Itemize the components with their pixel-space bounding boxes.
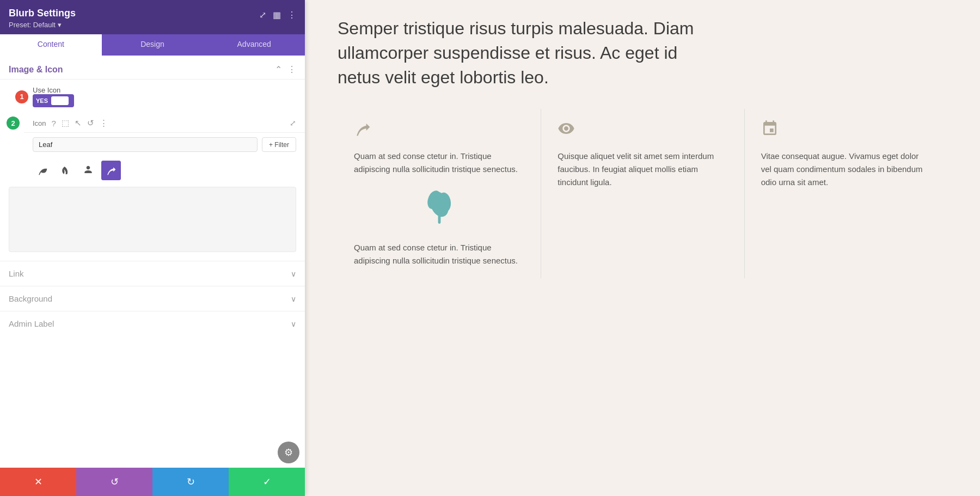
icon-toolbar: Icon ? ⬚ ↖ ↺ ⋮ <box>33 118 285 128</box>
resize-icon[interactable]: ⤢ <box>259 10 266 20</box>
columns-icon[interactable]: ▦ <box>273 10 281 20</box>
use-icon-toggle[interactable]: YES <box>33 94 74 107</box>
blurb-text-1: Quam at sed conse ctetur in. Tristique a… <box>354 150 524 176</box>
step-badge-2: 2 <box>7 117 20 130</box>
cancel-icon: ✕ <box>34 476 42 488</box>
icon-help[interactable]: ? <box>52 119 56 128</box>
undo-icon: ↺ <box>111 476 119 488</box>
admin-label-section[interactable]: Admin Label ∨ <box>0 311 305 336</box>
image-icon-section-header: Image & Icon ⌃ ⋮ <box>0 56 305 79</box>
link-chevron[interactable]: ∨ <box>291 270 296 278</box>
blurb-icon-2 <box>558 120 727 141</box>
background-section[interactable]: Background ∨ <box>0 286 305 311</box>
svg-rect-3 <box>438 213 440 224</box>
undo-button[interactable]: ↺ <box>76 468 152 496</box>
large-leaf-icon <box>354 187 524 230</box>
panel-title: Blurb Settings <box>9 8 76 19</box>
icon-search-row: 2 Icon ? ⬚ ↖ ↺ ⋮ ⤢ <box>24 114 305 133</box>
use-icon-label: Use Icon <box>33 86 296 94</box>
section-more-icon[interactable]: ⋮ <box>287 64 296 75</box>
blurb-text-2: Quisque aliquet velit sit amet sem inter… <box>558 150 727 189</box>
icon-grid <box>24 154 305 187</box>
scroll-indicator[interactable]: ⚙ <box>278 442 299 463</box>
panel-footer: ✕ ↺ ↻ ✓ <box>0 468 305 496</box>
blurb-col-1: Quam at sed conse ctetur in. Tristique a… <box>338 109 541 278</box>
toggle-yes-label: YES <box>36 97 48 104</box>
icon-leaf-3[interactable] <box>78 161 98 180</box>
tab-content[interactable]: Content <box>0 34 102 56</box>
icon-cursor[interactable]: ↖ <box>75 118 82 128</box>
filter-button[interactable]: + Filter <box>262 137 296 152</box>
icon-leaf-1[interactable] <box>33 161 52 180</box>
cancel-button[interactable]: ✕ <box>0 468 76 496</box>
icon-leaf-4[interactable] <box>101 161 121 180</box>
blurb-col-2: Quisque aliquet velit sit amet sem inter… <box>541 109 744 278</box>
tab-advanced[interactable]: Advanced <box>203 34 305 56</box>
image-icon-title: Image & Icon <box>9 65 63 75</box>
confirm-icon: ✓ <box>263 476 271 488</box>
icon-expand[interactable]: ⤢ <box>290 119 296 127</box>
icon-search-input[interactable] <box>33 137 258 152</box>
icon-copy[interactable]: ⬚ <box>62 118 69 128</box>
section-controls: ⌃ ⋮ <box>275 64 296 75</box>
panel-header: Blurb Settings Preset: Default ▾ ⤢ ▦ ⋮ <box>0 0 305 34</box>
content-area: Semper tristique risus turpis malesuada.… <box>305 0 980 496</box>
blurb-icon-1 <box>354 120 524 141</box>
icon-more[interactable]: ⋮ <box>100 118 108 128</box>
scroll-icon: ⚙ <box>284 446 293 458</box>
panel-header-icons: ⤢ ▦ ⋮ <box>259 10 296 20</box>
panel-tabs: Content Design Advanced <box>0 34 305 56</box>
blurb-text-3: Vitae consequat augue. Vivamus eget dolo… <box>761 150 931 189</box>
icon-reset[interactable]: ↺ <box>87 118 94 128</box>
icon-search-filter-row: + Filter <box>24 133 305 154</box>
admin-label-chevron[interactable]: ∨ <box>291 320 296 328</box>
blurb-icon-3 <box>761 120 931 141</box>
blurb-text-1b: Quam at sed conse ctetur in. Tristique a… <box>354 241 524 267</box>
admin-label-label: Admin Label <box>9 319 54 328</box>
blurb-col-3: Vitae consequat augue. Vivamus eget dolo… <box>744 109 947 278</box>
blurb-grid: Quam at sed conse ctetur in. Tristique a… <box>338 109 947 278</box>
collapse-icon[interactable]: ⌃ <box>275 64 282 75</box>
tab-design[interactable]: Design <box>102 34 204 56</box>
use-icon-field: 1 Use Icon YES <box>0 79 305 114</box>
confirm-button[interactable]: ✓ <box>229 468 305 496</box>
main-heading: Semper tristique risus turpis malesuada.… <box>338 16 719 89</box>
background-label: Background <box>9 294 52 303</box>
step-badge-1: 1 <box>15 90 28 103</box>
redo-button[interactable]: ↻ <box>152 468 229 496</box>
panel-preset[interactable]: Preset: Default ▾ <box>9 21 76 29</box>
icon-leaf-2[interactable] <box>56 161 75 180</box>
redo-icon: ↻ <box>187 476 195 488</box>
toggle-switch[interactable] <box>51 96 69 105</box>
icon-field-label: Icon <box>33 119 46 127</box>
settings-panel: Blurb Settings Preset: Default ▾ ⤢ ▦ ⋮ C… <box>0 0 305 496</box>
icon-preview-area <box>9 187 296 252</box>
background-chevron[interactable]: ∨ <box>291 295 296 303</box>
use-icon-relative: 1 Use Icon YES <box>33 86 296 107</box>
panel-body: Image & Icon ⌃ ⋮ 1 Use Icon YES 2 Icon ? <box>0 56 305 468</box>
more-icon[interactable]: ⋮ <box>287 10 296 20</box>
panel-header-info: Blurb Settings Preset: Default ▾ <box>9 8 76 29</box>
link-label: Link <box>9 269 24 278</box>
link-section[interactable]: Link ∨ <box>0 261 305 286</box>
